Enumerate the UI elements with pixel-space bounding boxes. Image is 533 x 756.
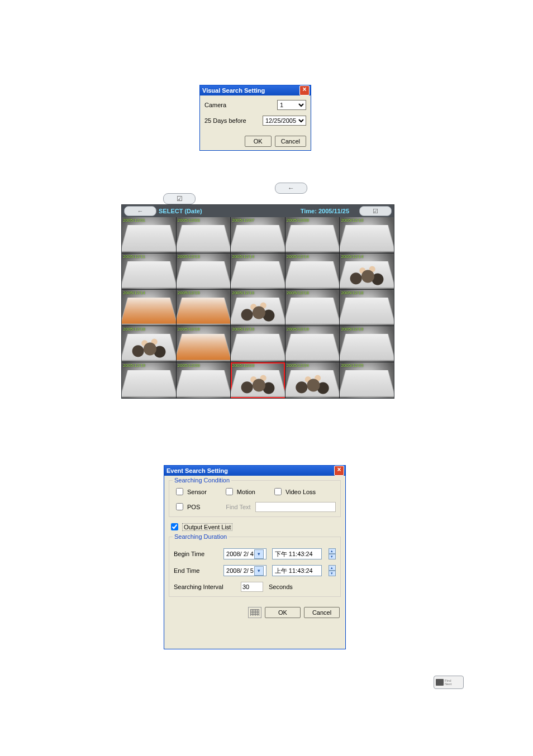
ok-button[interactable]: OK [265,607,301,618]
begin-date-picker[interactable]: 2008/ 2/ 4 ▾ [223,548,266,559]
interval-unit: Seconds [269,583,293,590]
thumbnail-cell[interactable]: 2005/12/09 [285,217,340,253]
thumbnail-cell[interactable]: 2005/12/15 [177,290,231,326]
begin-time-spinner[interactable]: ▴ ▾ [329,548,336,559]
thumbnail-timestamp: 2005/12/15 [178,290,200,295]
date-select[interactable]: 12/25/2005 [263,116,306,126]
close-icon[interactable]: × [334,466,344,476]
thumbnail-timestamp: 2005/12/19 [287,327,309,332]
header-back-button[interactable]: ← [124,206,156,216]
motion-checkbox[interactable]: Motion [223,486,255,497]
caret-down-icon: ▾ [329,554,336,559]
thumbnail-cell[interactable]: 2005/12/18 [122,326,176,362]
thumbnail-cell[interactable]: 2005/12/10 [340,217,394,253]
thumbnail-timestamp: 2005/12/13 [178,254,200,259]
select-date-label: SELECT (Date) [159,208,202,214]
thumbnail-cell[interactable]: 2005/12/16 [231,290,285,326]
header-check-button[interactable]: ☑ [359,206,392,216]
pos-label: POS [187,504,200,510]
grid-header: ← SELECT (Date) Time: 2005/11/25 ☑ [122,205,394,217]
days-before-label: 25 Days before [204,117,263,124]
thumbnail-cell[interactable]: 2005/12/24 [285,362,340,398]
find-text-input[interactable] [255,502,336,512]
searching-condition-group: Searching Condition Sensor Motion Video … [169,480,341,517]
close-icon[interactable]: × [299,85,310,95]
chevron-down-icon: ▾ [254,566,264,576]
thumbnail-cell[interactable]: 2005/12/07 [231,217,285,253]
event-search-dialog: Event Search Setting × Searching Conditi… [164,465,346,649]
arrow-left-icon: ← [288,184,294,192]
dialog-title: Visual Search Setting [202,87,265,94]
videoloss-label: Video Loss [285,489,316,495]
thumbnail-cell[interactable]: 2005/12/18 [340,290,394,326]
ok-button[interactable]: OK [245,136,272,147]
find-next-button[interactable]: Find Next [434,676,464,689]
output-eventlist-label: Output Event List [182,523,232,531]
thumbnail-cell[interactable]: 2005/12/20 [177,362,231,398]
thumbnail-timestamp: 2005/12/10 [341,218,363,223]
end-time-spinner[interactable]: ▴ ▾ [329,565,336,576]
thumbnail-timestamp: 2005/12/14 [287,254,309,259]
thumbnail-cell[interactable]: 2005/12/19 [177,326,231,362]
begin-time-label: Begin Time [174,551,218,557]
cancel-button[interactable]: Cancel [304,607,340,618]
end-time-label: End Time [174,567,218,574]
thumbnail-cell[interactable]: 2005/12/19 [285,326,340,362]
thumbnail-cell[interactable]: 2005/12/19 [122,362,176,398]
videoloss-checkbox[interactable]: Video Loss [272,486,316,497]
thumbnail-cell[interactable]: 2005/12/11 [122,253,176,289]
thumbnail-grid-window: ← SELECT (Date) Time: 2005/11/25 ☑ 2005/… [121,204,394,399]
thumbnail-cell[interactable]: 2005/12/23 [231,362,285,398]
interval-input[interactable] [241,582,263,592]
thumbnail-cell[interactable]: 2005/12/14 [122,290,176,326]
thumbnail-cell[interactable]: 2005/12/19 [340,326,394,362]
thumbnail-timestamp: 2005/12/18 [287,290,309,295]
thumbnail-timestamp: 2005/12/19 [178,327,200,332]
thumbnail-cell[interactable]: 2005/12/14 [340,253,394,289]
end-date-picker[interactable]: 2008/ 2/ 5 ▾ [223,565,266,576]
pos-checkbox[interactable]: POS [174,501,200,512]
thumbnail-cell[interactable]: 2005/12/13 [177,253,231,289]
thumbnail-cell[interactable]: 2005/12/03 [177,217,231,253]
begin-date-value: 2008/ 2/ 4 [226,551,254,557]
play-next-icon [436,679,444,686]
thumbnail-cell[interactable]: 2005/12/14 [285,253,340,289]
begin-time-value: 下午 11:43:24 [272,548,322,559]
end-time-value: 上午 11:43:24 [272,565,322,576]
thumbnail-timestamp: 2005/12/16 [232,290,254,295]
thumbnail-timestamp: 2005/12/01 [123,218,145,223]
thumbnail-cell[interactable]: 2005/12/01 [122,217,176,253]
dialog-titlebar[interactable]: Event Search Setting × [164,466,345,476]
camera-select[interactable]: 1 [277,100,306,110]
checkbox-icon: ☑ [373,208,378,215]
thumbnail-timestamp: 2005/12/20 [178,363,200,368]
dialog-titlebar[interactable]: Visual Search Setting × [200,85,311,95]
interval-label: Searching Interval [174,583,235,590]
checkbox-pill-top[interactable]: ☑ [163,193,196,204]
group-title: Searching Condition [173,477,231,484]
thumbnail-timestamp: 2005/12/23 [232,363,254,368]
back-pill-top[interactable]: ← [275,183,307,194]
searching-duration-group: Searching Duration Begin Time 2008/ 2/ 4… [169,537,341,597]
thumbnail-timestamp: 2005/12/11 [123,254,145,259]
checkbox-icon: ☑ [177,195,183,203]
caret-up-icon: ▴ [329,565,336,571]
group-title: Searching Duration [173,533,229,540]
sensor-checkbox[interactable]: Sensor [174,486,207,497]
arrow-left-icon: ← [137,208,144,214]
thumbnail-cell[interactable]: 2005/12/18 [285,290,340,326]
thumbnail-cell[interactable]: 2005/12/25 [340,362,394,398]
chevron-down-icon: ▾ [254,549,264,559]
thumbnail-timestamp: 2005/12/07 [232,218,254,223]
thumbnail-cell[interactable]: 2005/12/14 [231,253,285,289]
cancel-button[interactable]: Cancel [275,136,306,147]
thumbnail-timestamp: 2005/12/18 [341,290,363,295]
thumbnail-timestamp: 2005/12/18 [123,327,145,332]
thumbnail-timestamp: 2005/12/19 [123,363,145,368]
keyboard-icon[interactable] [248,607,261,618]
sensor-label: Sensor [187,489,207,495]
motion-label: Motion [237,489,255,495]
thumbnail-cell[interactable]: 2005/12/19 [231,326,285,362]
thumbnail-timestamp: 2005/12/14 [232,254,254,259]
output-eventlist-checkbox[interactable] [171,523,178,530]
